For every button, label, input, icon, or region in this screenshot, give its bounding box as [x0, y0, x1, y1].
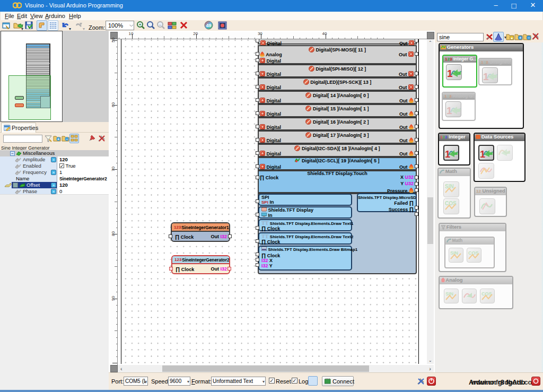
svg-text:−: − — [66, 137, 68, 141]
svg-text:49: 49 — [206, 23, 211, 28]
svg-text:+: + — [57, 137, 59, 141]
svg-text:−: − — [528, 36, 530, 40]
svg-text:–: – — [159, 22, 162, 27]
svg-text:+: + — [139, 22, 142, 27]
svg-text:●: ● — [511, 36, 513, 40]
svg-text:+: + — [519, 36, 521, 40]
